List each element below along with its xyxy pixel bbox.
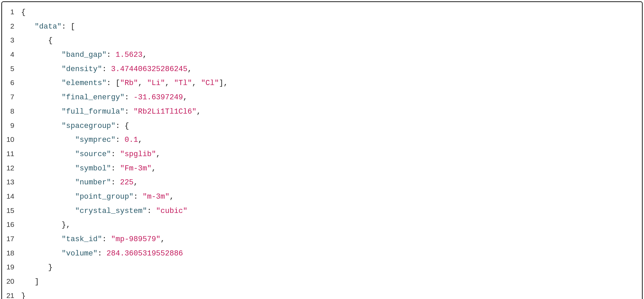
token-punct: [: [70, 22, 75, 31]
token-key: "density": [62, 65, 102, 73]
token-punct: {: [21, 8, 26, 17]
code-line: 21}: [2, 289, 642, 299]
token-punct: ,: [170, 193, 174, 201]
line-number: 7: [2, 90, 21, 104]
token-string: "Tl": [174, 79, 192, 87]
token-colon: :: [111, 150, 120, 159]
line-number: 13: [2, 176, 21, 189]
token-punct: ,: [188, 65, 192, 73]
token-string: "Fm-3m": [120, 164, 151, 173]
token-punct: ,: [156, 150, 160, 159]
token-punct: ,: [165, 79, 174, 87]
token-colon: :: [102, 235, 111, 244]
token-punct: [: [115, 79, 120, 87]
code-block: 1{2 "data": [3 {4 "band_gap": 1.5623,5 "…: [1, 1, 643, 299]
code-line: 19 }: [2, 261, 642, 275]
line-number: 3: [2, 34, 21, 47]
line-content: "symprec": 0.1,: [21, 133, 142, 147]
line-content: {: [21, 34, 52, 48]
token-colon: :: [111, 178, 120, 187]
token-punct: ,: [197, 107, 201, 116]
token-string: "m-3m": [142, 193, 169, 201]
line-content: "task_id": "mp-989579",: [21, 233, 165, 247]
line-number: 19: [2, 261, 21, 274]
line-number: 16: [2, 218, 21, 231]
code-line: 16 },: [2, 218, 642, 232]
line-number: 6: [2, 76, 21, 89]
token-string: "cubic": [156, 207, 187, 215]
code-line: 13 "number": 225,: [2, 176, 642, 190]
line-content: },: [21, 218, 70, 232]
token-punct: ,: [138, 136, 142, 144]
line-number: 5: [2, 62, 21, 76]
line-number: 14: [2, 190, 21, 203]
token-punct: {: [125, 122, 129, 130]
line-content: "density": 3.474406325286245,: [21, 63, 192, 77]
code-line: 1{: [2, 5, 642, 20]
token-key: "point_group": [75, 193, 133, 201]
line-content: "volume": 284.3605319552886: [21, 247, 183, 261]
token-punct: ,: [160, 235, 165, 244]
token-punct: ]: [35, 278, 39, 286]
token-key: "band_gap": [62, 51, 107, 59]
token-number: 284.3605319552886: [107, 249, 183, 258]
line-content: "symbol": "Fm-3m",: [21, 162, 156, 176]
code-line: 20 ]: [2, 275, 642, 289]
token-key: "number": [75, 178, 111, 187]
token-colon: :: [62, 22, 70, 31]
code-line: 4 "band_gap": 1.5623,: [2, 48, 642, 62]
token-colon: :: [147, 207, 156, 215]
line-content: "final_energy": -31.6397249,: [21, 91, 188, 105]
token-key: "full_formula": [62, 107, 125, 116]
token-number: 0.1: [125, 136, 138, 144]
token-key: "data": [35, 22, 62, 31]
token-punct: ,: [152, 164, 156, 173]
line-content: "full_formula": "Rb2Li1Tl1Cl6",: [21, 105, 201, 119]
line-content: "band_gap": 1.5623,: [21, 48, 147, 62]
token-key: "symprec": [75, 136, 115, 144]
line-content: "crystal_system": "cubic": [21, 204, 188, 218]
code-line: 3 {: [2, 34, 642, 48]
line-content: "spacegroup": {: [21, 119, 129, 133]
token-colon: :: [115, 136, 124, 144]
line-content: }: [21, 289, 26, 299]
line-number: 11: [2, 147, 21, 161]
token-key: "source": [75, 150, 111, 159]
code-line: 2 "data": [: [2, 20, 642, 34]
token-key: "spacegroup": [62, 122, 115, 130]
token-punct: },: [62, 221, 70, 229]
token-punct: {: [48, 36, 52, 45]
line-content: "elements": ["Rb", "Li", "Tl", "Cl"],: [21, 77, 228, 90]
token-punct: }: [48, 263, 52, 272]
code-line: 17 "task_id": "mp-989579",: [2, 232, 642, 247]
line-content: "source": "spglib",: [21, 148, 160, 162]
line-content: "point_group": "m-3m",: [21, 190, 174, 204]
token-key: "elements": [62, 79, 107, 87]
line-content: "number": 225,: [21, 176, 138, 190]
line-number: 10: [2, 133, 21, 146]
token-colon: :: [107, 51, 115, 59]
line-number: 17: [2, 232, 21, 246]
token-colon: :: [115, 122, 124, 130]
code-line: 10 "symprec": 0.1,: [2, 133, 642, 147]
line-number: 2: [2, 20, 21, 33]
token-punct: ,: [133, 178, 138, 187]
token-string: "Rb": [120, 79, 138, 87]
line-number: 1: [2, 5, 21, 19]
token-punct: ,: [138, 79, 147, 87]
token-key: "volume": [62, 249, 98, 258]
line-number: 4: [2, 48, 21, 61]
token-colon: :: [133, 193, 142, 201]
token-number: 225: [120, 178, 133, 187]
code-line: 7 "final_energy": -31.6397249,: [2, 90, 642, 105]
code-line: 15 "crystal_system": "cubic": [2, 204, 642, 218]
line-content: }: [21, 261, 52, 275]
token-key: "task_id": [62, 235, 102, 244]
line-content: {: [21, 6, 26, 20]
line-number: 20: [2, 275, 21, 288]
token-number: 1.5623: [115, 51, 142, 59]
line-content: ]: [21, 275, 39, 289]
line-content: "data": [: [21, 20, 75, 34]
token-punct: }: [21, 292, 26, 299]
token-colon: :: [102, 65, 111, 73]
